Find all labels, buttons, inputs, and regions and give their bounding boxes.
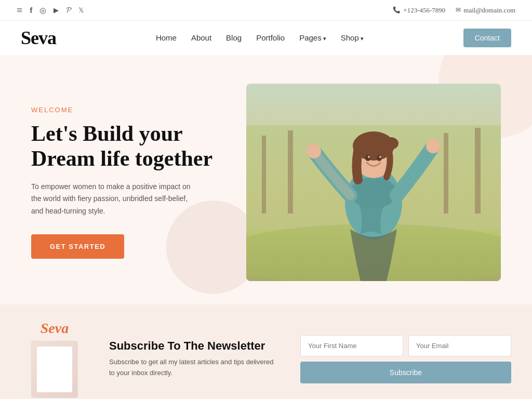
pinterest-icon[interactable] [66, 6, 71, 15]
hero-title: Let's Build your Dream life together [31, 121, 212, 171]
svg-point-13 [365, 155, 370, 161]
svg-point-14 [377, 155, 382, 161]
newsletter-logo-wrap: Seva [21, 320, 88, 398]
hero-content: Welcome Let's Build your Dream life toge… [31, 106, 212, 259]
hero-svg [246, 84, 501, 281]
nav-link-shop[interactable]: Shop [341, 33, 364, 42]
svg-rect-2 [262, 136, 266, 214]
newsletter-inputs [300, 335, 511, 356]
hero-title-line2: Dream life together [31, 147, 212, 170]
hero-title-line1: Let's Build your [31, 122, 183, 145]
svg-point-17 [307, 144, 321, 158]
newsletter-book-inner [37, 347, 72, 392]
twitter-icon[interactable] [78, 6, 84, 15]
svg-rect-5 [475, 128, 481, 214]
newsletter-form: Subscribe [300, 335, 511, 383]
facebook-icon[interactable] [30, 6, 32, 15]
phone-number: +123-456-7890 [403, 6, 445, 15]
social-icons [17, 4, 84, 16]
newsletter-content: Subscribe To The Newsletter Subscribe to… [109, 339, 280, 379]
nav-link-portfolio[interactable]: Portfolio [256, 33, 285, 42]
phone-info: +123-456-7890 [393, 6, 445, 15]
nav-item-home[interactable]: Home [156, 33, 177, 43]
hero-description: To empower women to make a positive impa… [31, 181, 197, 218]
svg-point-15 [368, 156, 370, 158]
get-started-button[interactable]: GET STARTED [31, 234, 124, 259]
newsletter-title: Subscribe To The Newsletter [109, 339, 280, 353]
site-logo[interactable]: Seva [21, 27, 56, 49]
phone-icon [393, 6, 401, 14]
top-bar: +123-456-7890 mail@domain.com [0, 0, 532, 21]
contact-button[interactable]: Contact [463, 29, 511, 47]
subscribe-button[interactable]: Subscribe [300, 362, 511, 383]
svg-rect-4 [444, 133, 448, 214]
navbar: Seva Home About Blog Portfolio Pages Sho… [0, 21, 532, 55]
hero-image [246, 84, 501, 281]
newsletter-section: Seva Subscribe To The Newsletter Subscri… [0, 304, 532, 399]
nav-link-about[interactable]: About [191, 33, 211, 42]
nav-item-blog[interactable]: Blog [226, 33, 242, 43]
nav-link-pages[interactable]: Pages [299, 33, 326, 42]
svg-rect-3 [288, 130, 293, 214]
mail-icon [456, 6, 461, 14]
svg-point-12 [383, 137, 398, 150]
hero-section: Welcome Let's Build your Dream life toge… [0, 55, 532, 304]
newsletter-book-decoration [31, 341, 78, 398]
svg-point-16 [379, 156, 381, 158]
instagram-icon[interactable] [39, 6, 46, 15]
email-address: mail@domain.com [463, 6, 515, 15]
nav-links: Home About Blog Portfolio Pages Shop [156, 33, 364, 43]
email-info: mail@domain.com [456, 6, 515, 15]
welcome-label: Welcome [31, 106, 212, 114]
newsletter-logo: Seva [41, 320, 69, 337]
svg-point-18 [426, 139, 441, 153]
nav-item-shop[interactable]: Shop [341, 33, 364, 43]
first-name-input[interactable] [300, 335, 403, 356]
nav-item-portfolio[interactable]: Portfolio [256, 33, 285, 43]
email-input[interactable] [408, 335, 511, 356]
nav-item-about[interactable]: About [191, 33, 211, 43]
newsletter-description: Subscribe to get all my latest articles … [109, 357, 280, 379]
nav-link-blog[interactable]: Blog [226, 33, 242, 42]
nav-item-pages[interactable]: Pages [299, 33, 326, 43]
contact-info: +123-456-7890 mail@domain.com [393, 6, 515, 15]
youtube-icon[interactable] [54, 6, 59, 15]
menu-icon[interactable] [17, 4, 22, 16]
nav-link-home[interactable]: Home [156, 33, 177, 42]
